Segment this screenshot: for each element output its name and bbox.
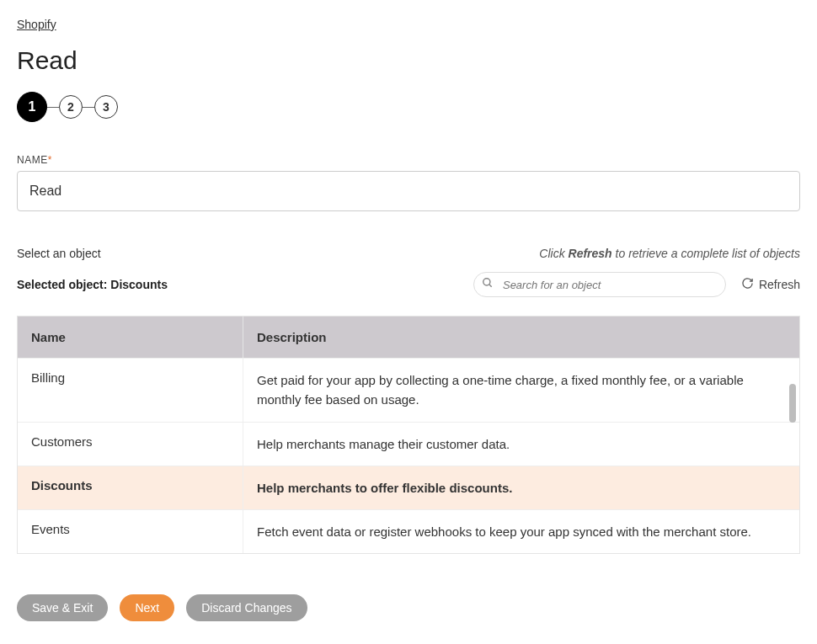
select-object-label: Select an object — [17, 247, 101, 260]
save-exit-button[interactable]: Save & Exit — [17, 594, 108, 621]
table-row[interactable]: CustomersHelp merchants manage their cus… — [18, 422, 799, 466]
svg-point-0 — [483, 279, 490, 285]
step-connector — [47, 107, 59, 108]
table-row[interactable]: BillingGet paid for your app by collecti… — [18, 358, 799, 422]
header-description: Description — [243, 317, 799, 358]
refresh-icon — [741, 277, 754, 292]
svg-line-1 — [489, 285, 492, 287]
name-input[interactable] — [17, 171, 800, 211]
search-icon — [482, 277, 494, 292]
cell-name: Billing — [18, 359, 243, 422]
table-body: BillingGet paid for your app by collecti… — [18, 358, 799, 553]
search-input[interactable] — [473, 272, 726, 297]
refresh-button[interactable]: Refresh — [741, 277, 800, 292]
cell-description: Help merchants manage their customer dat… — [243, 423, 799, 466]
name-field-label: NAME* — [17, 154, 800, 166]
table-row[interactable]: EventsFetch event data or register webho… — [18, 509, 799, 553]
discard-button[interactable]: Discard Changes — [186, 594, 307, 621]
page-title: Read — [17, 46, 800, 75]
step-3[interactable]: 3 — [94, 95, 118, 119]
step-2[interactable]: 2 — [59, 95, 83, 119]
next-button[interactable]: Next — [120, 594, 174, 621]
header-name: Name — [18, 317, 243, 358]
required-mark: * — [48, 154, 52, 166]
breadcrumb-shopify[interactable]: Shopify — [17, 18, 56, 31]
step-connector — [83, 107, 94, 108]
cell-description: Help merchants to offer flexible discoun… — [243, 466, 799, 509]
search-box — [473, 272, 726, 297]
step-1[interactable]: 1 — [17, 92, 47, 122]
refresh-label: Refresh — [759, 278, 800, 291]
selected-object-label: Selected object: Discounts — [17, 278, 168, 291]
cell-description: Fetch event data or register webhooks to… — [243, 510, 799, 553]
cell-name: Events — [18, 510, 243, 553]
cell-name: Customers — [18, 423, 243, 466]
table-row[interactable]: DiscountsHelp merchants to offer flexibl… — [18, 466, 799, 509]
cell-name: Discounts — [18, 466, 243, 509]
scrollbar-thumb[interactable] — [789, 384, 796, 423]
scrollbar[interactable] — [789, 360, 798, 554]
object-table: Name Description BillingGet paid for you… — [17, 316, 800, 554]
stepper: 1 2 3 — [17, 92, 800, 122]
refresh-hint: Click Refresh to retrieve a complete lis… — [539, 247, 800, 260]
table-header: Name Description — [18, 317, 799, 358]
cell-description: Get paid for your app by collecting a on… — [243, 359, 799, 422]
